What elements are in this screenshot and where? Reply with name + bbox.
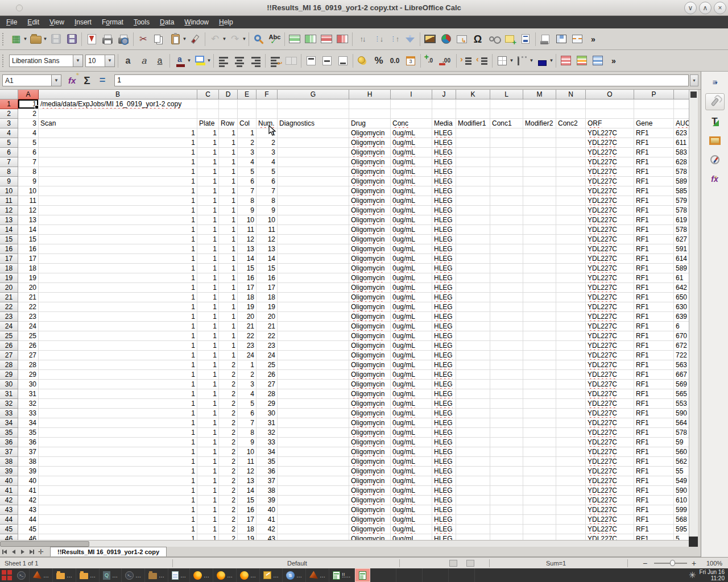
taskbar-window-bluecircle[interactable]: S… [283, 568, 306, 582]
taskbar-window-appq[interactable]: Q… [100, 568, 122, 582]
cell[interactable]: 1 [39, 273, 197, 283]
cell[interactable]: 19 [257, 302, 278, 312]
cell[interactable]: Modifier1 [456, 119, 490, 128]
cell[interactable]: YDL227C [586, 186, 634, 196]
cell[interactable]: 0ug/mL [391, 273, 432, 283]
cell[interactable]: Oligomycin [349, 418, 391, 428]
cell[interactable] [523, 409, 556, 418]
cell[interactable] [278, 505, 349, 515]
cell[interactable] [556, 515, 586, 525]
cell[interactable]: 563 [674, 360, 689, 370]
cell[interactable]: 1 [197, 283, 219, 293]
cell[interactable]: Oligomycin [349, 505, 391, 515]
row-header[interactable]: 16 [0, 244, 18, 254]
cell[interactable]: 0ug/mL [391, 409, 432, 418]
row-header[interactable]: 3 [0, 119, 18, 128]
cond-format-1-icon[interactable] [559, 53, 573, 69]
cell[interactable]: 20 [238, 312, 257, 322]
cell[interactable]: 46 [18, 534, 39, 540]
cell[interactable]: 1 [39, 505, 197, 515]
cell[interactable]: RF1 [634, 157, 674, 167]
cell[interactable]: 12 [257, 235, 278, 244]
cell[interactable]: 1 [39, 196, 197, 206]
cell[interactable] [490, 264, 523, 273]
paste-icon[interactable] [168, 31, 183, 47]
cell[interactable]: 1 [39, 534, 197, 540]
cell[interactable]: 1 [219, 322, 238, 331]
cell[interactable] [556, 467, 586, 476]
cell[interactable]: 2 [238, 138, 257, 148]
cell[interactable] [523, 167, 556, 177]
cell[interactable]: 16 [238, 273, 257, 283]
cell[interactable]: 2 [219, 380, 238, 389]
cell[interactable] [278, 312, 349, 322]
row-header[interactable]: 23 [0, 312, 18, 322]
cell[interactable] [523, 186, 556, 196]
cell[interactable]: HLEG [432, 312, 456, 322]
cell[interactable]: HLEG [432, 399, 456, 409]
align-center-icon[interactable] [232, 53, 247, 69]
cell[interactable]: 9 [238, 438, 257, 447]
more-toolbar-options-icon[interactable]: » [606, 53, 621, 69]
row-header[interactable]: 30 [0, 380, 18, 389]
cell[interactable] [490, 186, 523, 196]
cell[interactable]: 590 [674, 486, 689, 496]
insert-comment-icon[interactable] [502, 31, 517, 47]
column-header[interactable]: I [391, 90, 432, 99]
cell[interactable]: 11 [257, 225, 278, 235]
cell[interactable] [456, 157, 490, 167]
cell[interactable]: RF1 [634, 496, 674, 505]
cell[interactable]: 1 [39, 476, 197, 486]
row-header[interactable]: 40 [0, 476, 18, 486]
cell[interactable]: 1 [197, 534, 219, 540]
cell[interactable]: 14 [238, 486, 257, 496]
toolbar-grip[interactable] [2, 33, 6, 45]
cell[interactable]: 0ug/mL [391, 457, 432, 467]
cell[interactable]: 583 [674, 148, 689, 157]
cell[interactable]: 1 [39, 380, 197, 389]
font-name-dropdown-icon[interactable]: ▼ [73, 55, 82, 66]
menu-insert[interactable]: Insert [69, 16, 97, 28]
cell[interactable] [674, 109, 689, 119]
cell[interactable]: 8 [257, 196, 278, 206]
cell[interactable] [523, 293, 556, 302]
cell[interactable]: 0ug/mL [391, 525, 432, 534]
font-size-select[interactable]: 10▼ [85, 55, 115, 67]
cell[interactable] [490, 157, 523, 167]
cell[interactable] [556, 341, 586, 351]
cell[interactable]: 1 [197, 196, 219, 206]
cell[interactable] [523, 389, 556, 399]
cell[interactable]: AUC [674, 119, 689, 128]
align-left-icon[interactable] [216, 53, 231, 69]
cell[interactable]: 6 [257, 177, 278, 186]
font-size-dropdown-icon[interactable]: ▼ [105, 55, 114, 66]
cell[interactable]: 1 [197, 206, 219, 215]
cell[interactable] [490, 428, 523, 438]
cell[interactable]: YDL227C [586, 467, 634, 476]
cell[interactable]: 15 [238, 264, 257, 273]
column-header[interactable]: D [219, 90, 238, 99]
cell[interactable]: HLEG [432, 486, 456, 496]
cell[interactable] [456, 380, 490, 389]
delete-column-icon[interactable] [335, 31, 350, 47]
cell[interactable] [278, 148, 349, 157]
menu-window[interactable]: Window [179, 16, 214, 28]
cell[interactable]: 18 [257, 293, 278, 302]
cell[interactable]: Oligomycin [349, 157, 391, 167]
cell[interactable]: RF1 [634, 370, 674, 380]
cell[interactable] [490, 138, 523, 148]
cell[interactable]: 7 [238, 186, 257, 196]
cell[interactable] [523, 399, 556, 409]
insert-image-icon[interactable] [423, 31, 437, 47]
cell[interactable]: 18 [238, 525, 257, 534]
cell[interactable]: 0ug/mL [391, 360, 432, 370]
taskbar-window-firefox[interactable]: … [237, 568, 260, 582]
column-header[interactable]: O [586, 90, 634, 99]
align-top-icon[interactable] [304, 53, 318, 69]
open-dropdown-icon[interactable]: ▼ [43, 36, 48, 41]
row-header[interactable]: 34 [0, 418, 18, 428]
cell[interactable]: RF1 [634, 438, 674, 447]
row-header[interactable]: 37 [0, 447, 18, 457]
cell[interactable]: RF1 [634, 486, 674, 496]
cell[interactable]: YDL227C [586, 438, 634, 447]
